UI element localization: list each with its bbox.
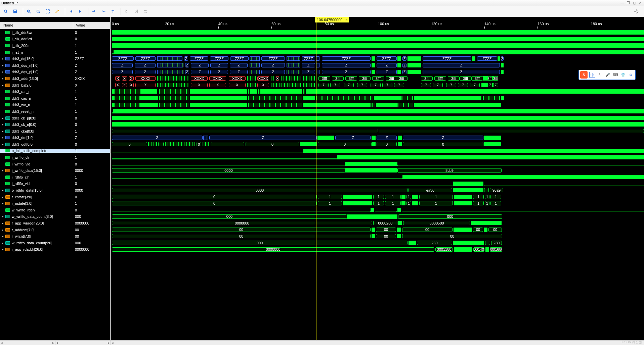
expand-icon[interactable]: ▸ (1, 234, 5, 238)
expand-icon[interactable]: ▸ (1, 116, 5, 120)
zoom-in-button[interactable] (25, 8, 33, 15)
expand-icon[interactable]: ▸ (1, 129, 5, 133)
signal-row[interactable]: ▸r_cstate[3:0]0 (0, 194, 110, 200)
expand-icon[interactable]: ▸ (1, 221, 5, 225)
expand-icon[interactable]: ▸ (1, 201, 5, 205)
column-header-name[interactable]: Name (0, 22, 73, 29)
expand-icon[interactable]: ▸ (1, 122, 5, 127)
prev-transition-button[interactable] (90, 8, 98, 15)
next-transition-button[interactable] (100, 8, 107, 15)
ime-skin-button[interactable]: 👕 (620, 72, 626, 78)
signal-row[interactable]: ▸o_rdfifo_data[15:0]0000 (0, 187, 110, 194)
expand-icon[interactable] (1, 90, 5, 94)
waveform-lane[interactable] (112, 88, 644, 95)
waveform-lane[interactable]: 0000000000 (112, 227, 644, 233)
cursor-time-flag[interactable]: 106.047500000 us (315, 17, 349, 22)
waveform-lane[interactable]: 000000 (112, 233, 644, 240)
expand-icon[interactable] (1, 109, 5, 113)
signal-row[interactable]: ▸r_app_rdaddr[26:0]0000000 (0, 246, 110, 253)
window-close-icon[interactable]: ✕ (638, 1, 643, 5)
expand-icon[interactable] (1, 44, 5, 48)
waveform-lane[interactable] (112, 154, 644, 161)
expand-icon[interactable]: ▸ (1, 228, 5, 232)
signal-row[interactable]: ▸ddr3_ck_p[0:0]0 (0, 115, 110, 121)
signal-row[interactable]: i_rst_n1 (0, 49, 110, 56)
waveform-lane[interactable] (112, 49, 644, 56)
signal-row[interactable]: ▸w_rdfifo_data_count[9:0]000 (0, 240, 110, 246)
time-ruler[interactable]: 0 us20 us40 us60 us80 us100 us120 us140 … (112, 22, 644, 29)
expand-icon[interactable]: ▸ (1, 136, 5, 140)
signal-row[interactable]: ▸r_wrcnt[7:0]00 (0, 233, 110, 240)
swap-markers-button[interactable] (142, 8, 149, 15)
column-header-value[interactable]: Value (73, 22, 110, 29)
expand-icon[interactable]: ▸ (1, 168, 5, 172)
expand-icon[interactable] (1, 31, 5, 35)
expand-icon[interactable]: ▸ (1, 77, 5, 81)
waveform-lane[interactable] (112, 108, 644, 115)
waveform-lane[interactable] (112, 36, 644, 43)
signal-row[interactable]: ▸ddr3_dq[15:0]ZZZZ (0, 55, 110, 62)
expand-icon[interactable] (1, 208, 5, 212)
window-minimize-icon[interactable]: — (620, 1, 625, 5)
save-button[interactable] (11, 8, 19, 15)
prev-marker-button[interactable] (123, 8, 130, 15)
ime-keyboard-button[interactable]: ⌨ (612, 72, 618, 78)
signal-row[interactable]: ddr3_ras_n1 (0, 88, 110, 95)
waveform-lane[interactable] (112, 102, 644, 108)
signal-row[interactable]: i_rdfifo_clr1 (0, 174, 110, 181)
expand-icon[interactable] (1, 103, 5, 107)
zoom-out-button[interactable] (35, 8, 42, 15)
signal-row[interactable]: ▸w_wrfifo_data_count[8:0]000 (0, 213, 110, 220)
signal-row[interactable]: i_clk_ddr3wr0 (0, 29, 110, 36)
waveform-lane[interactable] (112, 42, 644, 49)
expand-icon[interactable]: ▸ (1, 63, 5, 67)
ime-toolbox-button[interactable]: ⚙ (628, 72, 634, 78)
signal-row[interactable]: ▸ddr3_odt[0:0]0 (0, 141, 110, 148)
expand-icon[interactable]: ▸ (1, 241, 5, 245)
waveform-lane[interactable]: 011111111 (112, 200, 644, 207)
expand-icon[interactable]: ▸ (1, 247, 5, 251)
waveform-lane[interactable] (112, 148, 644, 154)
search-button[interactable] (2, 8, 9, 15)
expand-icon[interactable]: ▸ (1, 83, 5, 87)
go-to-cursor-button[interactable] (53, 8, 61, 15)
expand-icon[interactable]: ▸ (1, 57, 5, 61)
waveform-lane[interactable]: ZZZZZZZZZZZZ (112, 62, 644, 69)
signal-row[interactable]: ▸r_nstate[3:0]1 (0, 200, 110, 207)
expand-icon[interactable] (1, 96, 5, 100)
expand-icon[interactable]: ▸ (1, 195, 5, 199)
signal-row[interactable]: ddr3_cas_n1 (0, 95, 110, 102)
waveform-lane[interactable]: 000000 (112, 213, 644, 220)
expand-icon[interactable] (1, 50, 5, 54)
waveform-lane[interactable] (112, 95, 644, 102)
expand-icon[interactable]: ▸ (1, 70, 5, 74)
waveform-lane[interactable] (112, 207, 644, 213)
waveform-lane[interactable] (112, 161, 644, 167)
signal-row[interactable]: i_wrfifo_clr1 (0, 154, 110, 161)
ime-toolbar[interactable]: S 中 °, 🎤 ⌨ 👕 ⚙ (578, 70, 636, 80)
waveform-pane[interactable]: 106.047500000 us 0 us20 us40 us60 us80 u… (112, 17, 644, 340)
signal-row[interactable]: ▸r_addrcnt[7:0]00 (0, 227, 110, 233)
expand-icon[interactable] (1, 175, 5, 179)
expand-icon[interactable]: ▸ (1, 188, 5, 192)
waveform-lane[interactable] (112, 121, 644, 128)
ime-punctuation-button[interactable]: °, (597, 72, 603, 78)
expand-icon[interactable] (1, 182, 5, 186)
signal-row[interactable]: w_wrfifo_rden0 (0, 207, 110, 213)
waveform-lane[interactable]: 000230230 (112, 240, 644, 246)
expand-icon[interactable] (1, 37, 5, 41)
signal-row[interactable]: ddr3_reset_n1 (0, 108, 110, 115)
add-marker-button[interactable]: + (109, 8, 117, 15)
cursor-line[interactable] (316, 22, 316, 340)
waveform-lane[interactable]: 1 (112, 128, 644, 135)
expand-icon[interactable] (1, 149, 5, 153)
go-to-start-button[interactable] (67, 8, 75, 15)
expand-icon[interactable] (1, 162, 5, 166)
panel-maximize-icon[interactable]: ▢ (632, 1, 637, 5)
waveform-lane[interactable]: 000000000002800000500 (112, 220, 644, 227)
signal-row[interactable]: ▸ddr3_ba[2:0]X (0, 82, 110, 89)
signal-row[interactable]: ▸ddr3_dqs_n[1:0]Z (0, 62, 110, 69)
signal-row[interactable]: i_clk_ddr3rd0 (0, 36, 110, 43)
signal-row[interactable]: ▸ddr3_addr[13:0]XXXX (0, 75, 110, 82)
signal-row[interactable]: ▸ddr3_ck_n[0:0]0 (0, 121, 110, 128)
